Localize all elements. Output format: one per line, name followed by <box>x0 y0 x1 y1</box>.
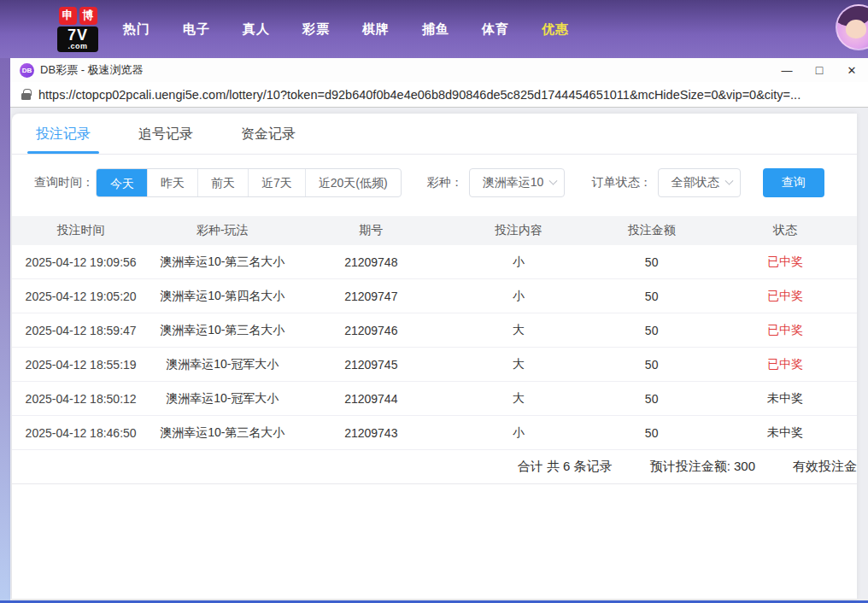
table-row: 2025-04-12 18:55:19 澳洲幸运10-冠军大小 21209745… <box>12 348 857 382</box>
table-row: 2025-04-12 18:50:12 澳洲幸运10-冠军大小 21209744… <box>12 382 857 416</box>
window-titlebar[interactable]: DB DB彩票 - 极速浏览器 — □ ✕ <box>10 58 868 82</box>
filter-bar: 查询时间： 今天 昨天 前天 近7天 近20天(低频) 彩种： <box>34 168 857 197</box>
cell-game: 澳洲幸运10-第三名大小 <box>150 255 295 270</box>
order-status-select[interactable]: 全部状态 <box>658 168 741 197</box>
cell-issue: 21209745 <box>295 358 447 372</box>
record-tab[interactable]: 投注记录 <box>34 114 92 154</box>
table-row: 2025-04-12 18:46:50 澳洲幸运10-第三名大小 2120974… <box>12 416 857 450</box>
cell-bet-time: 2025-04-12 18:50:12 <box>12 392 150 406</box>
cell-issue: 21209747 <box>295 290 447 303</box>
records-panel: 投注记录 追号记录 资金记录 查询时间： 今天 昨天 前天 <box>12 114 857 599</box>
site-logo[interactable]: 申 博 7V .com <box>53 7 103 52</box>
nav-item[interactable]: 体育 <box>482 21 509 38</box>
cell-bet-time: 2025-04-12 19:05:20 <box>12 290 150 303</box>
table-header: 投注时间 彩种-玩法 期号 投注内容 投注金额 状态 <box>12 216 857 245</box>
time-filter-label: 查询时间： <box>34 175 94 190</box>
nav-item[interactable]: 热门 <box>123 21 150 38</box>
nav-item[interactable]: 捕鱼 <box>422 21 449 38</box>
cell-amount: 50 <box>589 426 713 440</box>
minimize-icon[interactable]: — <box>771 58 803 82</box>
app-icon: DB <box>20 63 34 78</box>
col-header-content: 投注内容 <box>447 223 589 238</box>
logo-badge-1: 申 <box>59 7 77 25</box>
cell-content: 大 <box>447 391 589 407</box>
maximize-icon[interactable]: □ <box>803 58 836 82</box>
cell-status: 已中奖 <box>713 289 857 304</box>
table-row: 2025-04-12 19:05:20 澳洲幸运10-第四名大小 2120974… <box>12 279 857 313</box>
user-avatar[interactable] <box>836 4 868 50</box>
search-button[interactable]: 查询 <box>763 168 824 197</box>
cell-content: 小 <box>447 289 589 304</box>
main-nav: 热门 电子 真人 彩票 棋牌 捕鱼 体育 优惠 <box>123 21 569 38</box>
cell-amount: 50 <box>589 255 713 269</box>
nav-item[interactable]: 电子 <box>183 21 210 38</box>
time-filter-group: 今天 昨天 前天 近7天 近20天(低频) <box>96 168 402 197</box>
page-content: 投注记录 追号记录 资金记录 查询时间： 今天 昨天 前天 <box>10 108 868 600</box>
nav-item[interactable]: 真人 <box>243 21 270 38</box>
table-summary: 合计 共 6 条记录 预计投注金额: 300 有效投注金 <box>12 450 857 484</box>
col-header-time: 投注时间 <box>12 223 150 238</box>
cell-bet-time: 2025-04-12 18:59:47 <box>12 324 150 337</box>
col-header-amount: 投注金额 <box>589 223 713 238</box>
col-header-status: 状态 <box>713 223 857 238</box>
lock-icon <box>21 93 31 100</box>
cell-amount: 50 <box>589 324 713 337</box>
cell-bet-time: 2025-04-12 18:55:19 <box>12 358 150 372</box>
summary-valid: 有效投注金 <box>793 459 857 475</box>
cell-game: 澳洲幸运10-冠军大小 <box>150 391 295 407</box>
lottery-select[interactable]: 澳洲幸运10 <box>469 168 565 197</box>
cell-issue: 21209748 <box>295 255 447 269</box>
order-status-label: 订单状态： <box>592 175 652 190</box>
cell-issue: 21209746 <box>295 324 447 337</box>
cell-game: 澳洲幸运10-冠军大小 <box>150 357 295 372</box>
col-header-game: 彩种-玩法 <box>150 223 295 238</box>
time-filter-option[interactable]: 近7天 <box>248 169 305 196</box>
cell-game: 澳洲幸运10-第三名大小 <box>150 323 295 338</box>
time-filter-option[interactable]: 昨天 <box>147 169 197 196</box>
cell-amount: 50 <box>589 290 713 303</box>
url-text: https://ctopcp02pcali.uengi5e.com/lotter… <box>38 88 801 102</box>
site-header: 申 博 7V .com 热门 电子 真人 彩票 棋牌 捕鱼 体育 优惠 <box>0 0 868 58</box>
page-background-left <box>0 58 10 603</box>
cell-content: 小 <box>447 425 589 441</box>
summary-expected: 预计投注金额: 300 <box>650 459 755 475</box>
lottery-select-label: 彩种： <box>427 175 463 190</box>
cell-status: 已中奖 <box>713 323 857 338</box>
chevron-down-icon <box>724 176 733 184</box>
chevron-down-icon <box>548 176 557 184</box>
cell-amount: 50 <box>589 358 713 372</box>
browser-window: DB DB彩票 - 极速浏览器 — □ ✕ https://ctopcp02pc… <box>10 58 868 600</box>
record-tab[interactable]: 资金记录 <box>239 114 297 154</box>
record-tabs: 投注记录 追号记录 资金记录 <box>12 114 857 155</box>
logo-badge-2: 博 <box>79 7 97 25</box>
cell-bet-time: 2025-04-12 18:46:50 <box>12 426 150 440</box>
lottery-select-value: 澳洲幸运10 <box>483 175 544 190</box>
time-filter-option[interactable]: 近20天(低频) <box>305 169 401 196</box>
table-body: 2025-04-12 19:09:56 澳洲幸运10-第三名大小 2120974… <box>12 245 857 450</box>
address-bar[interactable]: https://ctopcp02pcali.uengi5e.com/lotter… <box>10 82 868 108</box>
cell-status: 已中奖 <box>713 357 857 372</box>
table-row: 2025-04-12 18:59:47 澳洲幸运10-第三名大小 2120974… <box>12 313 857 348</box>
record-tab[interactable]: 追号记录 <box>137 114 195 154</box>
summary-total: 合计 共 6 条记录 <box>518 459 613 475</box>
order-status-value: 全部状态 <box>672 175 719 190</box>
cell-status: 已中奖 <box>713 255 857 270</box>
cell-content: 大 <box>447 323 589 338</box>
cell-issue: 21209744 <box>295 392 447 406</box>
cell-game: 澳洲幸运10-第三名大小 <box>150 425 295 441</box>
close-icon[interactable]: ✕ <box>836 58 868 82</box>
nav-item[interactable]: 棋牌 <box>362 21 390 38</box>
table-row: 2025-04-12 19:09:56 澳洲幸运10-第三名大小 2120974… <box>12 245 857 279</box>
time-filter-option[interactable]: 今天 <box>97 168 147 197</box>
cell-status: 未中奖 <box>713 391 857 407</box>
logo-7v: 7V .com <box>57 26 98 52</box>
nav-item[interactable]: 优惠 <box>542 21 569 38</box>
cell-status: 未中奖 <box>713 425 857 441</box>
cell-content: 小 <box>447 255 589 270</box>
nav-item[interactable]: 彩票 <box>302 21 330 38</box>
cell-issue: 21209743 <box>295 426 447 440</box>
col-header-issue: 期号 <box>295 223 447 238</box>
time-filter-option[interactable]: 前天 <box>197 169 248 196</box>
cell-game: 澳洲幸运10-第四名大小 <box>150 289 295 304</box>
window-title: DB彩票 - 极速浏览器 <box>40 62 144 78</box>
